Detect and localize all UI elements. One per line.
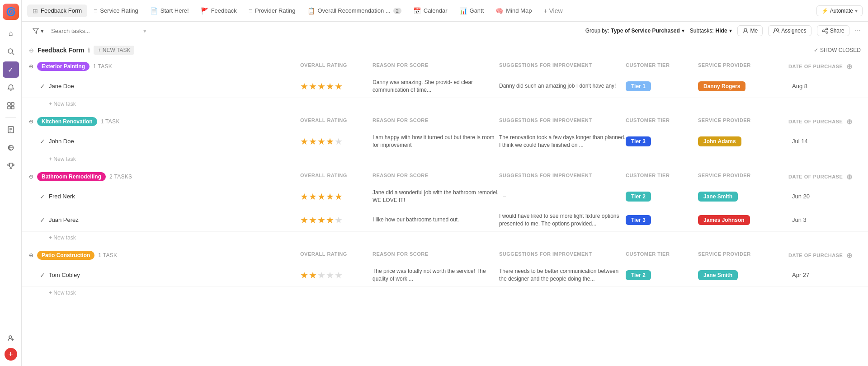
date-fred-nerk: Jun 20 [788,193,861,200]
group-header-bathroom[interactable]: ⊖ Bathroom Remodelling 2 TASKS OVERALL R… [22,169,868,185]
document-icon[interactable] [3,122,19,138]
automate-chevron: ▾ [855,8,858,14]
task-check-fred-nerk[interactable]: ✓ [40,193,45,200]
stars-fred-nerk: ★ ★ ★ ★ ★ [300,191,373,202]
main-content: ⊞ Feedback Form ≡ Service Rating 📄 Start… [22,0,868,366]
tabs-bar: ⊞ Feedback Form ≡ Service Rating 📄 Start… [22,0,868,22]
new-task-row-kitchen[interactable]: + New task [22,153,868,165]
col-overall-rating-1: OVERALL RATING [300,62,373,71]
plus-icon[interactable]: + [5,348,17,361]
col-overall-rating-4: OVERALL RATING [300,251,373,260]
app-logo[interactable]: 🌀 [3,4,19,20]
table-row: ✓ Jane Doe ★ ★ ★ ★ ★ Danny was amazing. … [22,75,868,98]
tab-mind-map[interactable]: 🧠 Mind Map [490,5,537,17]
bell-icon[interactable] [3,80,19,96]
col-reason-4: REASON FOR SCORE [373,251,499,260]
recommendation-badge: 2 [393,8,401,14]
grid-icon[interactable] [3,98,19,114]
tasks-icon[interactable]: ✓ [3,61,19,78]
col-customer-tier-2: CUSTOMER TIER [626,117,698,126]
group-header-exterior[interactable]: ⊖ Exterior Painting 1 TASK OVERALL RATIN… [22,58,868,75]
more-options-button[interactable]: ··· [855,27,861,35]
group-header-patio[interactable]: ⊖ Patio Construction 1 TASK OVERALL RATI… [22,247,868,263]
reason-tom-cobley: The price was totally not worth the serv… [373,267,499,283]
tier-fred-nerk: Tier 2 [626,193,698,200]
table-row: ✓ Juan Perez ★ ★ ★ ★ ★ I like how our ba… [22,208,868,232]
search-input[interactable] [51,28,142,34]
group-label-patio: Patio Construction [37,251,94,260]
group-toggle-exterior[interactable]: ⊖ [29,63,33,70]
svg-point-0 [8,49,13,53]
suggestion-john-doe: The renovation took a few days longer th… [499,134,626,149]
svg-point-20 [826,28,828,30]
group-col-headers-exterior: OVERALL RATING REASON FOR SCORE SUGGESTI… [119,62,861,71]
new-task-row-bathroom[interactable]: + New task [22,232,868,244]
reason-juan-perez: I like how our bathrooms turned out. [373,216,499,224]
signal-icon[interactable] [3,140,19,156]
new-task-button[interactable]: + NEW TASK [94,46,134,55]
add-col-btn-1[interactable]: ⊕ [846,62,853,71]
group-col-headers-kitchen: OVERALL RATING REASON FOR SCORE SUGGESTI… [127,117,861,126]
share-button[interactable]: Share [817,25,849,36]
filter-button[interactable]: ▾ [29,26,47,36]
col-date-1: DATE OF PURCHASE ⊕ [788,62,861,71]
col-date-2: DATE OF PURCHASE ⊕ [788,117,861,126]
col-suggestions-1: SUGGESTIONS FOR IMPROVEMENT [499,62,626,71]
assignees-button[interactable]: Assignees [768,25,811,36]
grid-tab-icon: ⊞ [33,7,38,14]
add-view-button[interactable]: + View [540,5,566,16]
doc-icon-1: 📄 [150,7,158,14]
tab-provider-rating[interactable]: ≡ Provider Rating [243,5,301,17]
tier-john-doe: Tier 3 [626,138,698,145]
task-check-tom-cobley[interactable]: ✓ [40,272,45,279]
home-icon[interactable]: ⌂ [3,25,19,42]
search-icon[interactable] [3,43,19,60]
group-toggle-bathroom[interactable]: ⊖ [29,174,33,180]
svg-line-24 [824,31,826,32]
group-col-headers-bathroom: OVERALL RATING REASON FOR SCORE SUGGESTI… [139,173,861,181]
tab-calendar[interactable]: 📅 Calendar [408,5,453,17]
tabs-right: ⚡ Automate ▾ [816,5,863,16]
group-header-kitchen[interactable]: ⊖ Kitchen Renovation 1 TASK OVERALL RATI… [22,113,868,130]
task-check-juan-perez[interactable]: ✓ [40,216,45,224]
tab-gantt[interactable]: 📊 Gantt [454,5,490,17]
svg-rect-3 [11,103,14,105]
group-by-selector[interactable]: Group by: Type of Service Purchased ▾ [585,28,684,34]
me-button[interactable]: Me [737,25,763,36]
add-user-icon[interactable] [3,330,19,346]
automate-button[interactable]: ⚡ Automate ▾ [816,5,863,16]
new-task-row-patio[interactable]: + New task [22,287,868,299]
group-label-exterior: Exterior Painting [37,62,90,71]
group-toggle-kitchen[interactable]: ⊖ [29,118,33,125]
add-col-btn-3[interactable]: ⊕ [846,173,853,181]
subtasks-selector[interactable]: Subtasks: Hide ▾ [690,28,732,34]
tab-feedback-form[interactable]: ⊞ Feedback Form [27,5,87,17]
svg-point-22 [826,32,828,33]
collapse-form-icon[interactable]: ⊖ [29,47,34,54]
tab-feedback[interactable]: 🚩 Feedback [195,5,242,17]
new-task-row-exterior[interactable]: + New task [22,98,868,110]
show-closed-button[interactable]: ✓ SHOW CLOSED [814,47,861,53]
group-kitchen-renovation: ⊖ Kitchen Renovation 1 TASK OVERALL RATI… [22,113,868,165]
sidebar: 🌀 ⌂ ✓ + [0,0,22,366]
add-col-btn-2[interactable]: ⊕ [846,117,853,126]
add-col-btn-4[interactable]: ⊕ [846,251,853,260]
tab-service-rating[interactable]: ≡ Service Rating [88,5,144,17]
trophy-icon[interactable] [3,158,19,174]
task-check-jane-doe[interactable]: ✓ [40,83,45,90]
list-icon-2: ≡ [249,7,252,14]
subtasks-chevron: ▾ [729,28,732,34]
task-name-juan-perez: ✓ Juan Perez [40,216,300,224]
stars-john-doe: ★ ★ ★ ★ ★ [300,136,373,147]
automate-icon: ⚡ [821,8,828,14]
date-tom-cobley: Apr 27 [788,272,861,278]
group-toggle-patio[interactable]: ⊖ [29,252,33,258]
form-info-icon[interactable]: ℹ [88,47,90,54]
task-check-john-doe[interactable]: ✓ [40,138,45,145]
task-name-fred-nerk: ✓ Fred Nerk [40,193,300,200]
tab-start-here[interactable]: 📄 Start Here! [145,5,194,17]
tab-overall-recommendation[interactable]: 📋 Overall Recommendation ... 2 [302,5,407,17]
group-count-exterior: 1 TASK [93,63,112,70]
search-dropdown-icon[interactable]: ▾ [143,28,146,34]
svg-line-1 [12,53,14,55]
